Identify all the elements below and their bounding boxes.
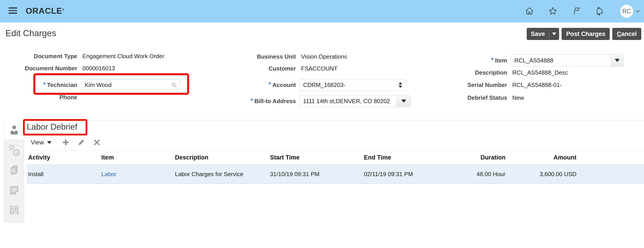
- save-button[interactable]: Save: [527, 28, 559, 40]
- favorites-star-icon[interactable]: [548, 6, 558, 16]
- user-avatar[interactable]: RC: [620, 5, 633, 18]
- page-title: Edit Charges: [6, 28, 56, 38]
- tab-charges[interactable]: [4, 200, 24, 220]
- field-document-type: Document Type Engagement Cloud Work Orde…: [22, 53, 164, 60]
- home-icon[interactable]: [525, 6, 534, 16]
- section-title: Labor Debrief: [27, 122, 77, 132]
- edit-row-button[interactable]: [78, 139, 85, 146]
- document-type-label: Document Type: [22, 53, 77, 60]
- bill-to-address-dropdown-button[interactable]: [397, 95, 410, 107]
- avatar-initials: RC: [622, 8, 631, 15]
- bill-to-address-combobox[interactable]: 1111 14th st,DENVER, CO 80202: [299, 95, 410, 107]
- dropdown-arrow-icon: [401, 100, 406, 103]
- save-dropdown-toggle[interactable]: [549, 28, 559, 40]
- column-header-activity: Activity: [26, 154, 99, 161]
- cell-amount: 3,600.00 USD: [508, 171, 580, 178]
- save-button-label[interactable]: Save: [527, 28, 549, 40]
- view-menu-label: View: [31, 139, 44, 146]
- item-dropdown-button[interactable]: [611, 54, 623, 67]
- delete-row-button[interactable]: [93, 139, 101, 146]
- field-phone: Phone: [22, 94, 82, 101]
- edit-charges-page: ORACLE® RC Edit Cha: [0, 0, 644, 248]
- document-number-value: 0000016013: [82, 65, 115, 72]
- serial-number-label: Serial Number: [450, 82, 507, 89]
- item-combobox[interactable]: RCL_AS54888: [510, 54, 624, 67]
- debrief-status-value: New: [512, 94, 524, 101]
- business-unit-value: Vision Operations: [301, 53, 347, 60]
- technician-input[interactable]: [81, 79, 180, 91]
- table-toolbar: View: [31, 137, 101, 147]
- description-value: RCL_AS54888_Desc: [512, 69, 568, 76]
- hamburger-menu-icon[interactable]: [8, 7, 17, 16]
- column-header-end-time: End Time: [362, 154, 457, 161]
- account-value: CDRM_168203-: [303, 82, 398, 89]
- account-select[interactable]: CDRM_168203-: [299, 79, 406, 91]
- column-header-amount: Amount: [508, 154, 580, 161]
- item-label: *Item: [450, 57, 507, 64]
- table-row[interactable]: Install Labor Labor Charges for Service …: [26, 165, 644, 184]
- field-serial-number: Serial Number RCL_AS54888-01-: [450, 82, 562, 89]
- note-icon: [8, 184, 20, 196]
- documents-icon: [8, 164, 20, 176]
- bill-to-address-label: *Bill-to Address: [239, 98, 296, 105]
- field-bill-to-address: *Bill-to Address 1111 14th st,DENVER, CO…: [239, 95, 410, 107]
- caret-down-icon: [552, 33, 556, 35]
- field-description: Description RCL_AS54888_Desc: [450, 69, 568, 76]
- table-header-row: Activity Item Description Start Time End…: [26, 151, 644, 165]
- tab-expense-debrief[interactable]: [4, 160, 24, 180]
- labor-debrief-table: Activity Item Description Start Time End…: [26, 151, 644, 184]
- field-item: *Item RCL_AS54888: [450, 54, 624, 67]
- document-type-value: Engagement Cloud Work Order: [82, 53, 164, 60]
- field-document-number: Document Number 0000016013: [22, 65, 115, 72]
- field-customer: Customer FSACCOUNT: [239, 65, 338, 72]
- description-label: Description: [450, 69, 507, 76]
- user-menu-chevron-down-icon[interactable]: [635, 9, 640, 13]
- top-navigation-bar: ORACLE® RC: [0, 0, 644, 22]
- tab-parts-debrief[interactable]: ⚙⚙: [4, 140, 24, 160]
- customer-label: Customer: [239, 65, 296, 72]
- document-number-label: Document Number: [22, 65, 77, 72]
- gears-icon: ⚙⚙: [8, 144, 20, 156]
- technician-label: *Technician: [22, 82, 77, 89]
- cell-duration: 48.00 Hour: [457, 171, 508, 178]
- view-menu[interactable]: View: [31, 139, 52, 146]
- tab-notes[interactable]: [4, 180, 24, 200]
- notifications-bell-icon[interactable]: [595, 6, 604, 16]
- select-stepper-icon: [398, 82, 402, 88]
- cancel-button[interactable]: Cancel: [612, 28, 641, 40]
- person-icon: [8, 124, 20, 136]
- tab-labor-debrief[interactable]: [4, 120, 24, 140]
- add-row-button[interactable]: [62, 139, 70, 146]
- item-value: RCL_AS54888: [511, 54, 611, 67]
- field-technician: *Technician: [22, 79, 180, 91]
- dropdown-arrow-icon: [615, 59, 620, 62]
- required-asterisk: *: [269, 81, 271, 88]
- column-header-item: Item: [99, 154, 171, 161]
- required-asterisk: *: [250, 97, 253, 104]
- bill-to-address-value: 1111 14th st,DENVER, CO 80202: [300, 95, 397, 107]
- field-business-unit: Business Unit Vision Operations: [239, 53, 347, 60]
- watchlist-flag-icon[interactable]: [572, 6, 581, 16]
- column-header-duration: Duration: [457, 154, 508, 161]
- plus-icon: [62, 139, 70, 146]
- field-debrief-status: Debrief Status New: [450, 94, 524, 101]
- phone-label: Phone: [22, 94, 77, 101]
- registered-mark: ®: [62, 8, 64, 11]
- money-icon: [8, 204, 20, 216]
- item-link[interactable]: Labor: [101, 171, 116, 177]
- page-actions: Save Post Charges Cancel: [527, 28, 641, 40]
- debrief-status-label: Debrief Status: [450, 94, 507, 101]
- column-header-start-time: Start Time: [267, 154, 362, 161]
- field-account: *Account CDRM_168203-: [239, 79, 406, 91]
- cell-start-time: 31/10/19 09:31 PM: [267, 171, 362, 178]
- post-charges-button[interactable]: Post Charges: [562, 28, 610, 40]
- cell-description: Labor Charges for Service: [171, 171, 267, 178]
- delete-x-icon: [93, 139, 101, 146]
- required-asterisk: *: [43, 81, 46, 88]
- cell-end-time: 02/11/19 09:31 PM: [362, 171, 457, 178]
- pencil-icon: [78, 139, 85, 146]
- oracle-logo: ORACLE®: [26, 6, 64, 16]
- account-label: *Account: [239, 82, 296, 89]
- debrief-tab-strip: ⚙⚙: [4, 120, 24, 223]
- search-icon[interactable]: [171, 82, 178, 89]
